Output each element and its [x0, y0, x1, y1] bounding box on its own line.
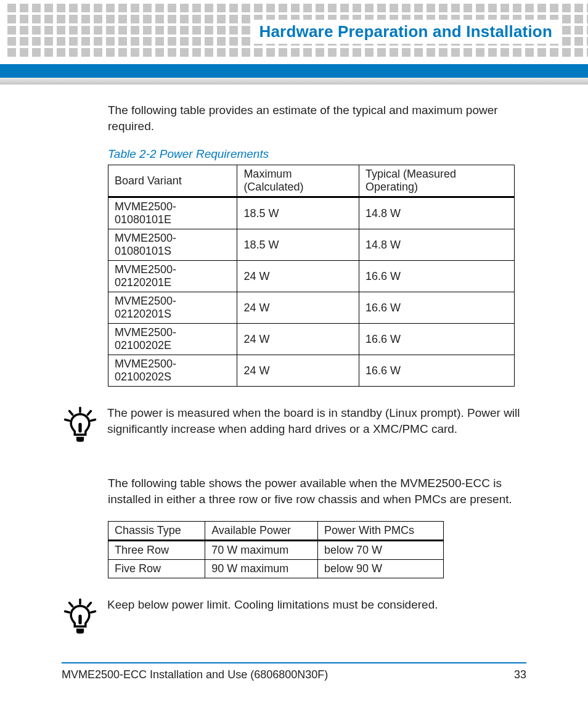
table-cell: below 70 W — [318, 540, 444, 559]
mid-paragraph: The following table shows the power avai… — [108, 475, 526, 507]
page-footer: MVME2500-ECC Installation and Use (68068… — [62, 662, 526, 681]
svg-line-10 — [91, 611, 96, 612]
table-caption: Table 2-2 Power Requirements — [108, 147, 526, 161]
table-cell: Three Row — [108, 540, 205, 559]
table-cell: 14.8 W — [359, 197, 515, 229]
table-header: Typical (Measured Operating) — [359, 165, 515, 197]
table-cell: 24 W — [237, 292, 359, 324]
svg-line-7 — [70, 602, 73, 606]
tip-text: The power is measured when the board is … — [107, 405, 526, 437]
table-header: Maximum (Calculated) — [237, 165, 359, 197]
header-blue-rule — [0, 64, 588, 78]
table-cell: MVME2500-02100202S — [108, 355, 237, 387]
footer-doc-title: MVME2500-ECC Installation and Use (68068… — [62, 668, 328, 681]
table-cell: MVME2500-01080101S — [108, 229, 237, 261]
header-pattern: Hardware Preparation and Installation — [0, 0, 588, 59]
lightbulb-icon — [63, 597, 97, 639]
table-cell: 16.6 W — [359, 355, 515, 387]
table-cell: 90 W maximum — [205, 559, 318, 578]
tip-block: Keep below power limit. Cooling limitati… — [63, 597, 526, 639]
table-header: Chassis Type — [108, 521, 205, 540]
table-row: MVME2500-01080101S18.5 W14.8 W — [108, 229, 515, 261]
power-requirements-table: Board Variant Maximum (Calculated) Typic… — [108, 165, 515, 387]
table-cell: MVME2500-01080101E — [108, 197, 237, 229]
page: Hardware Preparation and Installation Th… — [0, 0, 588, 706]
header-grey-rule — [0, 78, 588, 84]
intro-paragraph: The following table provides an estimate… — [108, 102, 526, 134]
svg-line-9 — [65, 611, 70, 612]
table-row: MVME2500-01080101E18.5 W14.8 W — [108, 197, 515, 229]
svg-line-3 — [65, 420, 70, 421]
table-row: MVME2500-02120201E24 W16.6 W — [108, 261, 515, 292]
table-row: MVME2500-02100202S24 W16.6 W — [108, 355, 515, 387]
table-cell: MVME2500-02120201E — [108, 261, 237, 292]
table-row: Five Row90 W maximumbelow 90 W — [108, 559, 444, 578]
svg-line-1 — [70, 411, 73, 415]
table-row: Three Row70 W maximumbelow 70 W — [108, 540, 444, 559]
content-area: The following table provides an estimate… — [0, 102, 588, 639]
table-cell: 24 W — [237, 324, 359, 355]
table-cell: 16.6 W — [359, 261, 515, 292]
table-row: MVME2500-02120201S24 W16.6 W — [108, 292, 515, 324]
table-row: MVME2500-02100202E24 W16.6 W — [108, 324, 515, 355]
table-cell: below 90 W — [318, 559, 444, 578]
table-cell: Five Row — [108, 559, 205, 578]
table-cell: 24 W — [237, 261, 359, 292]
svg-line-2 — [88, 411, 91, 415]
chassis-power-table: Chassis Type Available Power Power With … — [108, 521, 444, 578]
svg-line-8 — [88, 602, 91, 606]
table-header: Power With PMCs — [318, 521, 444, 540]
table-header: Available Power — [205, 521, 318, 540]
table-cell: 24 W — [237, 355, 359, 387]
table-cell: MVME2500-02100202E — [108, 324, 237, 355]
table-cell: 14.8 W — [359, 229, 515, 261]
svg-rect-5 — [78, 423, 81, 433]
table-cell: 18.5 W — [237, 229, 359, 261]
table-cell: MVME2500-02120201S — [108, 292, 237, 324]
svg-line-4 — [91, 420, 96, 421]
svg-rect-11 — [78, 614, 81, 624]
lightbulb-icon — [63, 405, 97, 447]
table-cell: 70 W maximum — [205, 540, 318, 559]
table-header: Board Variant — [108, 165, 237, 197]
footer-page-number: 33 — [514, 668, 526, 681]
tip-text: Keep below power limit. Cooling limitati… — [107, 597, 438, 613]
table-cell: 16.6 W — [359, 324, 515, 355]
table-cell: 16.6 W — [359, 292, 515, 324]
table-cell: 18.5 W — [237, 197, 359, 229]
tip-block: The power is measured when the board is … — [63, 405, 526, 447]
